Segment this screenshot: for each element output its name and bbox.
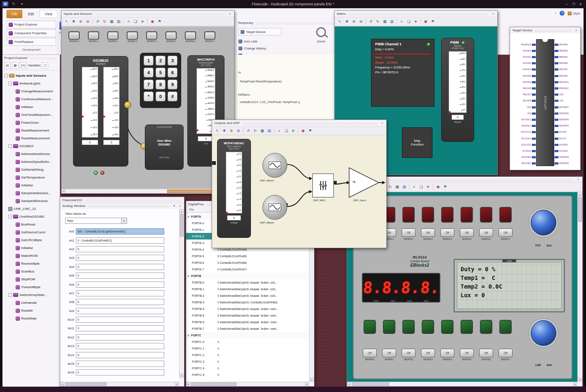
digital-row-porta.6[interactable]: PORTA.60 ComboBL0114(PinA6) [186, 259, 309, 266]
analog-value-field[interactable]: 0 [76, 334, 164, 340]
pin-icon[interactable]: ➤ [290, 128, 296, 134]
analog-vertical-scrollbar[interactable]: ▲ ▼ [179, 209, 184, 378]
zoom-out-icon[interactable]: ⊖ [358, 19, 364, 25]
switch-button[interactable] [146, 31, 157, 40]
tree-item-busreset[interactable]: BusReset [2, 221, 60, 228]
pin-pad[interactable] [555, 100, 558, 102]
maximize-button[interactable]: ❐ [572, 2, 575, 6]
scrollbar-thumb[interactable] [191, 383, 236, 386]
pan-icon[interactable]: ✚ [344, 19, 350, 25]
pin-pad[interactable] [532, 162, 536, 164]
switch-sporta.6[interactable]: OffSPORTA.6 [479, 228, 493, 240]
keypad-key[interactable]: 5 [156, 68, 165, 77]
grid-icon[interactable]: ▦ [394, 184, 400, 190]
analog-value-field[interactable]: 820 : ComboBL0114(LightSensorADC) [76, 228, 164, 235]
switch-sporta.3[interactable]: OffSPORTA.3 [421, 228, 435, 240]
dsp-canvas[interactable]: MCP47x6DAC DAC_Output1 (I2C CH1) 5.04.54… [212, 136, 386, 248]
pin-pad[interactable] [532, 50, 536, 52]
keypad-key[interactable]: # [168, 92, 177, 101]
pin-pad[interactable] [555, 68, 558, 70]
pin-pad[interactable] [532, 100, 536, 102]
scroll-left-icon[interactable]: ◄ [61, 189, 66, 193]
temperature-scale-2[interactable]: 125.0105.085.065.045.025.05.0-15.0-35.0-… [103, 67, 120, 138]
zoom-button[interactable]: Zoom [310, 27, 333, 43]
grid-icon[interactable]: ▦ [382, 19, 388, 25]
pin-pad[interactable] [555, 125, 558, 127]
pin-pad[interactable] [555, 56, 558, 58]
switch-button[interactable] [165, 31, 177, 40]
switch-sportb.6[interactable]: OffSPORTB.6 [479, 349, 493, 361]
pan-icon[interactable]: ✚ [221, 128, 227, 134]
onewire-connector-1[interactable] [124, 101, 131, 108]
layers-icon[interactable]: ❏ [418, 184, 424, 190]
analog-value-field[interactable]: 0 [76, 246, 164, 252]
analog-value-field[interactable]: 0 [76, 343, 164, 349]
pin-pad[interactable] [532, 138, 536, 140]
tree-item-readall[interactable]: ReadAll [2, 307, 60, 315]
variables-icon[interactable]: {X} [20, 62, 27, 69]
macros-icon[interactable]: ▤ [4, 62, 11, 69]
keypad-key[interactable]: 9 [168, 80, 177, 89]
tree-item-getserialstring[interactable]: GetSerialString [2, 166, 60, 174]
redo-icon[interactable]: ↻ [387, 184, 393, 190]
digital-row-portc[interactable]: ▾PORTC [186, 332, 309, 338]
tree-item-getcrc8byte[interactable]: GetCRC8Byte [2, 236, 60, 244]
tree-item-getdevicecount[interactable]: GetDeviceCount [2, 228, 60, 236]
ribbon-item-icon-lists[interactable]: Icon Lists [239, 38, 266, 45]
analog-value-field[interactable]: 0 [76, 317, 164, 323]
undo-icon[interactable]: ↺ [368, 19, 374, 25]
pin-pad[interactable] [532, 68, 536, 70]
properties-icon[interactable]: ▢ [42, 62, 48, 69]
pwm-slider-component[interactable]: PWM Panel2 (PWM CH1) 100.090.080.070.060… [441, 38, 474, 142]
cursor-icon[interactable]: ↖ [337, 19, 343, 25]
scroll-right-icon[interactable]: ► [305, 382, 309, 386]
temperature-scale-1[interactable]: 125.0105.085.065.045.025.05.0-15.0-35.0-… [82, 67, 98, 138]
pin-pad[interactable] [555, 50, 558, 52]
tree-item-readstate[interactable]: ReadState [2, 315, 60, 322]
switch-sportd.0[interactable]: SPORTD.0 [66, 31, 83, 42]
scroll-down-icon[interactable]: ▼ [578, 378, 582, 382]
ribbon-toggle-find-replace[interactable]: Find/Replace [7, 38, 56, 46]
camera-icon[interactable]: ◉ [149, 19, 156, 25]
switch-sportb.2[interactable]: OffSPORTB.2 [402, 349, 416, 361]
analog-value-field[interactable]: 0 [76, 290, 164, 296]
align-icon[interactable]: ≡ [276, 128, 282, 134]
flag-icon[interactable]: ⚑ [430, 19, 436, 25]
digital-row-porta.5[interactable]: PORTA.50 ComboBL0114(PinA5) [186, 253, 309, 259]
close-icon[interactable]: × [491, 12, 495, 16]
pin-pad[interactable] [555, 131, 558, 133]
ldr-knob-cap[interactable] [531, 320, 556, 346]
zoom-out-icon[interactable]: ⊖ [85, 19, 91, 25]
target-device-toggle[interactable]: Target Device [239, 28, 281, 35]
mcu-chip[interactable]: 18F4520 [536, 39, 554, 166]
scroll-left-icon[interactable]: ◄ [60, 382, 64, 386]
push-button[interactable]: Off [440, 349, 454, 357]
digital-row-portc.0[interactable]: PORTC.00 [186, 338, 309, 345]
pin-pad[interactable] [555, 150, 558, 152]
switch-sporta.2[interactable]: OffSPORTA.2 [402, 228, 416, 240]
components-icon[interactable]: ▦ [12, 62, 19, 69]
switch-sporta.7[interactable]: OffSPORTA.7 [499, 228, 513, 240]
close-button[interactable]: ✕ [579, 2, 582, 6]
switch-sportb.4[interactable]: OffSPORTB.4 [440, 349, 454, 361]
push-button[interactable]: Off [440, 228, 454, 237]
collapse-icon[interactable]: ▾ [188, 215, 191, 218]
zoom-in-icon[interactable]: ⊕ [351, 19, 357, 25]
scroll-left-icon[interactable]: ◄ [347, 382, 351, 386]
switch-sporta.4[interactable]: OffSPORTA.4 [440, 228, 454, 240]
digital-row-portb.3[interactable]: PORTB.30 SwitchArraySlide1(pin2): ComboB… [186, 299, 309, 305]
digital-horizontal-scrollbar[interactable]: ◄ ► [186, 382, 309, 386]
switch-sportb.5[interactable]: OffSPORTB.5 [460, 349, 474, 361]
redo-icon[interactable]: ↻ [102, 19, 108, 25]
digital-row-portb.4[interactable]: PORTB.40 SwitchArraySlide1(pin3): keypad… [186, 305, 309, 312]
switch-button[interactable] [88, 31, 99, 40]
close-icon[interactable]: × [574, 28, 578, 32]
camera-icon[interactable]: ◉ [300, 128, 306, 134]
chevron-down-icon[interactable]: ▾ [121, 218, 127, 223]
camera-icon[interactable]: ◉ [423, 19, 429, 25]
dsp-mix-component[interactable] [312, 174, 334, 197]
push-button[interactable]: Off [499, 228, 513, 237]
pwm-scale[interactable]: 100.090.080.070.060.050.040.030.020.010.… [449, 51, 467, 113]
pin-pad[interactable] [555, 87, 558, 89]
analog-value-field[interactable]: 0 [76, 352, 164, 358]
